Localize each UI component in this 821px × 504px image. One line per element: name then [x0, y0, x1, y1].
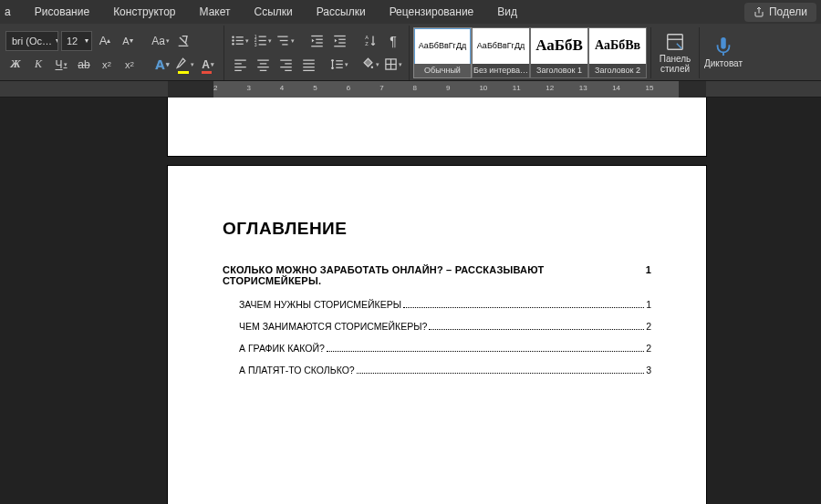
svg-rect-4 — [236, 40, 244, 41]
styles-gallery: АаБбВвГгДд Обычный АаБбВвГгДд Без интерв… — [410, 26, 650, 80]
svg-rect-12 — [259, 44, 266, 45]
document-canvas[interactable]: ОГЛАВЛЕНИЕ СКОЛЬКО МОЖНО ЗАРАБОТАТЬ ОНЛА… — [0, 98, 821, 504]
toc-level2: ЧЕМ ЗАНИМАЮТСЯ СТОРИСМЕЙКЕРЫ?2 — [239, 321, 651, 332]
svg-rect-23 — [334, 46, 346, 46]
svg-point-45 — [371, 66, 374, 68]
svg-rect-31 — [259, 63, 266, 64]
svg-rect-19 — [311, 46, 323, 46]
underline-button[interactable]: Ч▾ — [51, 55, 71, 75]
bold-button[interactable]: Ж — [5, 55, 26, 75]
menu-item[interactable]: Рассылки — [305, 0, 378, 25]
line-spacing-button[interactable]: ▾ — [329, 55, 349, 75]
multilevel-button[interactable]: ▾ — [275, 31, 296, 51]
style-no-spacing[interactable]: АаБбВвГгДд Без интерва… — [472, 27, 530, 78]
ribbon: bri (Ос…▾ 12▾ A▴ A▾ Aa▾ Ж К Ч▾ ab x2 x2 … — [0, 25, 821, 81]
toc-level2: ЗАЧЕМ НУЖНЫ СТОРИСМЕЙКЕРЫ1 — [239, 299, 651, 310]
clear-format-button[interactable] — [173, 31, 193, 51]
font-group: bri (Ос…▾ 12▾ A▴ A▾ Aa▾ Ж К Ч▾ ab x2 x2 … — [0, 26, 224, 80]
share-icon — [753, 6, 764, 17]
dictate-button[interactable]: Диктоват — [700, 27, 747, 78]
change-case-button[interactable]: Aa▾ — [151, 31, 171, 51]
menu-bar: а Рисование Конструктор Макет Ссылки Рас… — [0, 0, 821, 25]
svg-rect-35 — [285, 63, 292, 64]
styles-pane-icon — [665, 32, 685, 52]
svg-point-5 — [232, 43, 234, 46]
menu-item[interactable]: Макет — [188, 0, 243, 25]
sort-button[interactable]: AZ — [360, 31, 380, 51]
styles-pane-button[interactable]: Панель стилей — [651, 27, 699, 78]
font-name-select[interactable]: bri (Ос…▾ — [5, 31, 58, 51]
highlight-button[interactable]: ▾ — [175, 55, 195, 75]
indent-left-button[interactable] — [307, 31, 327, 51]
svg-rect-39 — [303, 63, 315, 64]
svg-rect-30 — [257, 60, 269, 61]
align-center-button[interactable] — [253, 55, 273, 75]
shrink-font-button[interactable]: A▾ — [118, 31, 138, 51]
svg-rect-13 — [277, 36, 287, 37]
align-justify-button[interactable] — [298, 55, 318, 75]
grow-font-button[interactable]: A▴ — [95, 31, 115, 51]
italic-button[interactable]: К — [28, 55, 48, 75]
svg-rect-27 — [234, 63, 242, 64]
svg-rect-29 — [234, 70, 242, 71]
svg-rect-15 — [282, 44, 287, 45]
svg-text:Z: Z — [365, 41, 369, 46]
mic-icon — [713, 36, 733, 57]
align-left-button[interactable] — [230, 55, 250, 75]
svg-rect-22 — [338, 42, 346, 43]
svg-rect-14 — [280, 40, 288, 41]
svg-rect-17 — [316, 39, 323, 40]
strike-button[interactable]: ab — [74, 55, 94, 75]
menu-item[interactable]: Рисование — [23, 0, 101, 25]
paragraph-group: ▾ 123▾ ▾ AZ ¶ ▾ ▾ ▾ — [224, 26, 410, 80]
page-current[interactable]: ОГЛАВЛЕНИЕ СКОЛЬКО МОЖНО ЗАРАБОТАТЬ ОНЛА… — [168, 166, 706, 504]
menu-item[interactable]: Вид — [485, 0, 529, 25]
font-color-button[interactable]: A ▾ — [198, 55, 218, 75]
superscript-button[interactable]: x2 — [120, 55, 140, 75]
svg-rect-21 — [338, 39, 346, 40]
svg-rect-36 — [280, 67, 292, 67]
style-heading-2[interactable]: АаБбВв Заголовок 2 — [588, 27, 647, 78]
numbering-button[interactable]: 123▾ — [253, 31, 273, 51]
style-normal[interactable]: АаБбВвГгДд Обычный — [413, 27, 472, 78]
indent-right-button[interactable] — [329, 31, 349, 51]
share-label: Подели — [769, 3, 807, 22]
svg-point-1 — [232, 36, 234, 39]
svg-rect-32 — [257, 67, 269, 67]
svg-rect-33 — [259, 70, 266, 71]
svg-rect-26 — [234, 60, 246, 61]
svg-point-3 — [232, 39, 234, 42]
svg-rect-38 — [303, 60, 315, 61]
svg-text:3: 3 — [255, 42, 257, 47]
svg-rect-40 — [303, 67, 315, 67]
shading-button[interactable]: ▾ — [360, 55, 380, 75]
subscript-button[interactable]: x2 — [97, 55, 117, 75]
svg-rect-16 — [311, 36, 323, 36]
toc-level1: СКОЛЬКО МОЖНО ЗАРАБОТАТЬ ОНЛАЙН? – РАССК… — [223, 264, 651, 286]
borders-button[interactable]: ▾ — [383, 55, 403, 75]
svg-rect-10 — [259, 40, 266, 41]
svg-rect-8 — [259, 36, 266, 37]
style-heading-1[interactable]: АаБбВ Заголовок 1 — [530, 27, 588, 78]
svg-rect-20 — [334, 36, 346, 36]
svg-rect-41 — [303, 70, 315, 71]
menu-item[interactable]: Конструктор — [101, 0, 187, 25]
svg-text:A: A — [365, 35, 369, 40]
menu-item[interactable]: Ссылки — [243, 0, 305, 25]
toc-level2: А ГРАФИК КАКОЙ?2 — [239, 343, 651, 354]
page-prev-bottom — [168, 98, 706, 156]
font-size-select[interactable]: 12▾ — [61, 31, 92, 51]
toc-level2: А ПЛАТЯТ-ТО СКОЛЬКО?3 — [239, 365, 651, 375]
svg-rect-6 — [236, 44, 244, 45]
svg-rect-37 — [285, 70, 292, 71]
show-marks-button[interactable]: ¶ — [383, 31, 403, 51]
align-right-button[interactable] — [275, 55, 296, 75]
text-effects-button[interactable]: A▾ — [152, 55, 172, 75]
ruler[interactable]: 2345678910111213141516 — [0, 81, 821, 98]
menu-item[interactable]: Рецензирование — [378, 0, 486, 25]
menu-item[interactable]: а — [0, 0, 23, 25]
svg-rect-34 — [280, 60, 292, 61]
svg-rect-18 — [316, 42, 323, 43]
bullets-button[interactable]: ▾ — [230, 31, 250, 51]
share-button[interactable]: Подели — [744, 3, 816, 22]
